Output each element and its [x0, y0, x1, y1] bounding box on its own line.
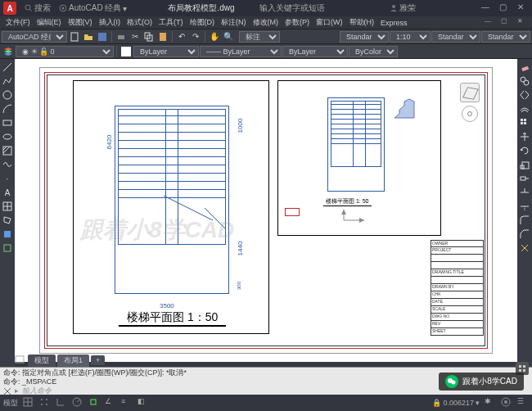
- menu-insert[interactable]: 插入(I): [97, 17, 124, 28]
- doc-close-button[interactable]: ✕: [517, 17, 529, 29]
- model-icon[interactable]: [15, 355, 26, 365]
- maximize-button[interactable]: ▢: [499, 2, 511, 14]
- menu-file[interactable]: 文件(F): [3, 17, 33, 28]
- view-cube[interactable]: [460, 83, 480, 102]
- arc-icon[interactable]: [1, 102, 14, 115]
- sb-grid-icon[interactable]: [23, 397, 34, 409]
- sb-annotation-icon[interactable]: ✱: [485, 397, 496, 409]
- sb-workspace-icon[interactable]: [501, 397, 512, 409]
- array-icon[interactable]: [518, 116, 531, 129]
- tablestyle-select[interactable]: Standard: [481, 31, 530, 43]
- lineweight-select[interactable]: ByLayer: [282, 46, 348, 57]
- tab-add[interactable]: +: [91, 355, 105, 365]
- layer-manager-icon[interactable]: [2, 45, 15, 58]
- sb-otrack-icon[interactable]: ∠: [105, 397, 116, 409]
- menu-window[interactable]: 窗口(W): [313, 17, 345, 28]
- insert-icon[interactable]: [1, 242, 14, 255]
- cut-icon[interactable]: ✂: [128, 30, 142, 43]
- menu-express[interactable]: Express: [378, 19, 410, 27]
- textstyle-select[interactable]: Standard: [340, 31, 389, 43]
- menu-format[interactable]: 格式(O): [124, 17, 155, 28]
- sb-customize-icon[interactable]: ☰: [517, 397, 529, 409]
- minimize-button[interactable]: —: [481, 2, 493, 14]
- color-select[interactable]: ByLayer: [133, 46, 199, 57]
- print-icon[interactable]: [115, 30, 128, 43]
- menu-param[interactable]: 参数(P): [282, 17, 312, 28]
- tab-layout1[interactable]: 布局1: [57, 355, 89, 367]
- doc-minimize-button[interactable]: —: [485, 17, 496, 29]
- menu-modify[interactable]: 修改(M): [250, 17, 282, 28]
- polyline-icon[interactable]: [1, 75, 14, 88]
- cmd-close-icon[interactable]: [3, 387, 11, 395]
- block-icon[interactable]: [1, 228, 14, 241]
- canvas[interactable]: 6420 1000 1440 300 3500 楼梯平面图 1：50: [15, 59, 517, 362]
- line-icon[interactable]: [1, 61, 14, 74]
- fillet-icon[interactable]: [518, 214, 531, 227]
- doc-maximize-button[interactable]: ▢: [501, 17, 512, 29]
- spline-icon[interactable]: [1, 158, 14, 171]
- viewport-left[interactable]: 6420 1000 1440 300 3500 楼梯平面图 1：50: [73, 80, 269, 334]
- dim-h2: 1440: [237, 242, 244, 256]
- color-swatch[interactable]: [119, 45, 133, 58]
- user-menu[interactable]: 雅荣: [390, 2, 416, 14]
- mirror-icon[interactable]: [518, 88, 531, 102]
- rectangle-icon[interactable]: [1, 116, 14, 129]
- sb-scale[interactable]: 🔒 0.006217 ▾: [432, 399, 480, 407]
- sb-model-paper[interactable]: 模型: [3, 398, 18, 409]
- menu-edit[interactable]: 编辑(E): [34, 17, 64, 28]
- sb-lineweight-icon[interactable]: ≡: [121, 397, 133, 409]
- save-icon[interactable]: [96, 30, 109, 43]
- table-icon[interactable]: [1, 200, 14, 213]
- paste-icon[interactable]: [156, 30, 169, 43]
- workspace-select[interactable]: AutoCAD 经典: [2, 31, 67, 43]
- redo-icon[interactable]: ↷: [189, 30, 202, 43]
- rotate-icon[interactable]: [518, 144, 531, 157]
- tab-model[interactable]: 模型: [28, 355, 56, 367]
- menu-help[interactable]: 帮助(H): [347, 17, 377, 28]
- extend-icon[interactable]: [518, 200, 531, 213]
- keyword-hint[interactable]: 输入关键字或短语: [259, 2, 325, 14]
- linetype-select[interactable]: —— ByLayer: [200, 46, 282, 57]
- sb-snap-icon[interactable]: [39, 397, 51, 409]
- text-icon[interactable]: A: [1, 186, 14, 199]
- sb-polar-icon[interactable]: [72, 397, 83, 409]
- dimstyle-select[interactable]: Standard: [431, 31, 480, 43]
- sb-transparency-icon[interactable]: ◧: [138, 397, 149, 409]
- scale-icon[interactable]: [518, 158, 531, 171]
- layer-select[interactable]: ◉ ☀ 🔓 0: [16, 46, 114, 57]
- copy-icon[interactable]: [142, 30, 156, 43]
- pan-icon[interactable]: ✋: [208, 30, 221, 43]
- undo-icon[interactable]: ↶: [175, 30, 188, 43]
- hatch-icon[interactable]: [1, 144, 14, 157]
- workspace-dropdown[interactable]: AutoCAD 经典 ▾: [59, 2, 127, 14]
- menu-view[interactable]: 视图(V): [65, 17, 95, 28]
- menu-tools[interactable]: 工具(T): [156, 17, 186, 28]
- explode-icon[interactable]: [518, 242, 531, 255]
- move-icon[interactable]: [518, 130, 531, 143]
- search-box[interactable]: 搜索: [25, 2, 51, 14]
- close-button[interactable]: ✕: [517, 2, 529, 14]
- offset-icon[interactable]: [518, 102, 531, 115]
- plotcolor-select[interactable]: ByColor: [349, 46, 398, 57]
- copy-obj-icon[interactable]: [518, 75, 531, 88]
- trim-icon[interactable]: [518, 186, 531, 199]
- sb-ortho-icon[interactable]: [56, 397, 67, 409]
- viewport-right[interactable]: 楼梯平面图 1: 50: [277, 80, 441, 236]
- circle-icon[interactable]: [1, 88, 14, 102]
- region-icon[interactable]: [1, 214, 14, 227]
- erase-icon[interactable]: [518, 61, 531, 74]
- tb-row: DRAWING TITLE: [431, 269, 484, 277]
- scale-select[interactable]: 1:10: [390, 31, 431, 43]
- zoom-icon[interactable]: 🔍: [222, 30, 235, 43]
- open-icon[interactable]: [82, 30, 95, 43]
- chamfer-icon[interactable]: [518, 228, 531, 241]
- new-icon[interactable]: [68, 30, 81, 43]
- menu-dimension[interactable]: 标注(N): [219, 17, 249, 28]
- point-icon[interactable]: ·: [1, 172, 14, 185]
- menu-draw[interactable]: 绘图(D): [187, 17, 218, 28]
- nav-wheel[interactable]: [462, 106, 478, 122]
- sb-osnap-icon[interactable]: [88, 397, 100, 409]
- annotation-select[interactable]: 标注: [239, 31, 280, 43]
- stretch-icon[interactable]: [518, 172, 531, 185]
- ellipse-icon[interactable]: [1, 130, 14, 143]
